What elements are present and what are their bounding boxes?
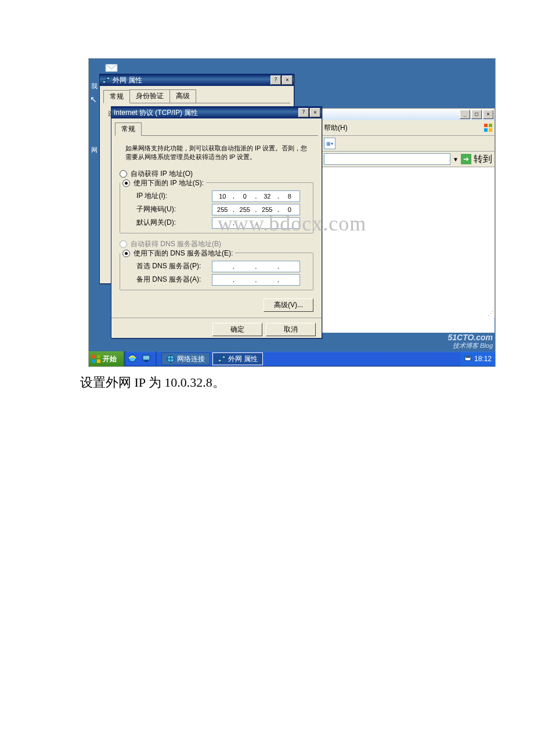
dns1-input[interactable]: . . . — [212, 261, 300, 272]
radio-icon — [120, 170, 127, 178]
help-menu[interactable]: 帮助(H) — [324, 123, 348, 133]
ok-button[interactable]: 确定 — [212, 323, 262, 336]
tcpip-dialog: Internet 协议 (TCP/IP) 属性 ? ✕ 常规 如果网络支持此功能… — [111, 106, 322, 339]
radio-dns-auto-label: 自动获得 DNS 服务器地址(B) — [131, 239, 221, 249]
svg-rect-8 — [92, 355, 96, 358]
radio-icon — [122, 179, 130, 187]
svg-rect-4 — [489, 128, 492, 132]
screenshot-container: ↖ 我 网 _ □ ✕ 帮助(H) ▦▾ ▼ ➔ 转到 ⋰ — [88, 58, 496, 367]
task-prop-label: 外网 属性 — [228, 354, 258, 364]
svg-rect-14 — [145, 361, 148, 362]
subnet-mask-input[interactable]: 255. 255. 255. 0 — [212, 204, 300, 215]
svg-rect-9 — [97, 355, 100, 358]
start-button[interactable]: 开始 — [89, 351, 124, 366]
radio-ip-auto-label: 自动获得 IP 地址(O) — [131, 169, 193, 179]
help-button[interactable]: ? — [298, 108, 309, 117]
resize-grip-icon[interactable]: ⋰ — [488, 310, 493, 316]
task-net-label: 网络连接 — [177, 354, 205, 364]
task-network-connections[interactable]: 网络连接 — [161, 352, 210, 365]
desktop-label-2: 网 — [91, 146, 98, 154]
svg-rect-1 — [484, 124, 488, 127]
gateway-input[interactable]: . . . — [212, 217, 300, 229]
svg-rect-2 — [489, 124, 492, 127]
svg-rect-5 — [103, 81, 106, 83]
dns2-label: 备用 DNS 服务器(A): — [136, 275, 212, 285]
svg-rect-6 — [107, 77, 110, 80]
radio-dns-manual[interactable]: 使用下面的 DNS 服务器地址(E): — [120, 249, 235, 258]
brand-line1: 51CTO.com — [448, 333, 493, 342]
svg-rect-16 — [218, 359, 221, 362]
ie-icon[interactable] — [128, 354, 137, 365]
desktop-icon[interactable] — [142, 354, 151, 365]
system-tray: 18:12 — [460, 351, 495, 366]
radio-icon — [122, 250, 130, 257]
tab-general[interactable]: 常规 — [103, 90, 130, 103]
network-icon — [218, 355, 226, 363]
clock: 18:12 — [474, 355, 492, 363]
svg-rect-10 — [92, 359, 96, 363]
corner-brand: 51CTO.com 技术博客 Blog — [448, 333, 493, 349]
start-label: 开始 — [103, 354, 117, 364]
svg-rect-3 — [484, 128, 488, 132]
close-button[interactable]: ✕ — [282, 75, 293, 85]
help-button[interactable]: ? — [270, 75, 281, 85]
windows-flag-icon — [484, 124, 492, 132]
tab-advanced[interactable]: 高级 — [169, 89, 196, 103]
radio-dns-auto: 自动获得 DNS 服务器地址(B) — [120, 239, 313, 249]
document-caption: 设置外网 IP 为 10.0.32.8。 — [80, 374, 534, 391]
go-button[interactable]: ➔ — [461, 154, 471, 164]
tab-auth[interactable]: 身份验证 — [129, 89, 170, 103]
go-label: 转到 — [474, 153, 492, 165]
svg-point-12 — [129, 355, 136, 362]
desktop-label-1: 我 — [91, 82, 98, 91]
close-button[interactable]: ✕ — [310, 108, 320, 117]
radio-ip-manual[interactable]: 使用下面的 IP 地址(S): — [120, 178, 206, 188]
dns2-input[interactable]: . . . — [212, 274, 300, 286]
brand-line2: 技术博客 Blog — [448, 342, 493, 349]
globe-icon — [167, 355, 175, 363]
address-input[interactable] — [324, 153, 450, 165]
close-button[interactable]: ✕ — [483, 110, 493, 119]
ip-address-input[interactable]: 10. 0. 32. 8 — [212, 190, 300, 202]
svg-rect-17 — [222, 356, 225, 358]
advanced-button[interactable]: 高级(V)... — [264, 298, 313, 312]
info-note: 如果网络支持此功能，则可以获取自动指派的 IP 设置。否则，您需要从网络系统管理… — [125, 144, 313, 162]
dns1-label: 首选 DNS 服务器(P): — [136, 261, 212, 271]
desktop-mail-icon[interactable] — [105, 62, 119, 74]
radio-icon — [120, 240, 127, 248]
explorer-content — [322, 167, 495, 333]
maximize-button[interactable]: □ — [471, 110, 482, 119]
taskbar: 开始 网络连接 外网 属性 18:12 — [89, 351, 495, 366]
svg-rect-19 — [466, 357, 470, 358]
cancel-button[interactable]: 取消 — [266, 323, 316, 336]
parent-title: 外网 属性 — [113, 75, 142, 85]
gateway-label: 默认网关(D): — [136, 218, 212, 228]
tcpip-title: Internet 协议 (TCP/IP) 属性 — [114, 108, 198, 118]
explorer-window: _ □ ✕ 帮助(H) ▦▾ ▼ ➔ 转到 ⋰ — [321, 108, 495, 318]
minimize-button[interactable]: _ — [460, 110, 470, 119]
radio-ip-manual-label: 使用下面的 IP 地址(S): — [134, 178, 204, 188]
radio-ip-auto[interactable]: 自动获得 IP 地址(O) — [120, 169, 313, 179]
radio-dns-manual-label: 使用下面的 DNS 服务器地址(E): — [134, 249, 233, 258]
task-properties[interactable]: 外网 属性 — [212, 352, 263, 365]
ip-label: IP 地址(I): — [136, 191, 212, 201]
tray-icon[interactable] — [464, 354, 472, 364]
svg-rect-13 — [143, 355, 150, 360]
svg-rect-11 — [97, 359, 100, 363]
mask-label: 子网掩码(U): — [136, 204, 212, 214]
views-button[interactable]: ▦▾ — [324, 138, 335, 149]
cursor-icon: ↖ — [90, 95, 97, 104]
tab-general[interactable]: 常规 — [115, 123, 142, 136]
network-icon — [102, 76, 110, 84]
windows-flag-icon — [92, 355, 100, 363]
